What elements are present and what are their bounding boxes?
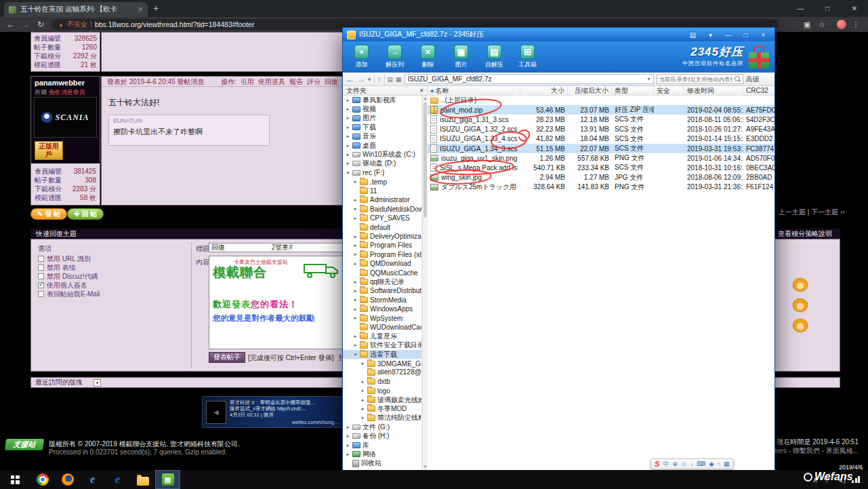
checkbox[interactable] xyxy=(38,265,44,271)
column-header[interactable]: CRC32 xyxy=(743,86,774,95)
tree-item[interactable]: alien872128@第一... xyxy=(343,368,421,377)
tree-expander-icon[interactable]: ▸ xyxy=(360,361,365,366)
browser-tab[interactable]: 五十铃在英国 远轴系列·【欧卡 × xyxy=(4,2,148,17)
tree-item[interactable]: WUDownloadCache xyxy=(343,323,421,332)
tree-expander-icon[interactable]: ▸ xyxy=(346,106,350,112)
tree-item[interactable]: ▸Win10系统盘 (C:) xyxy=(343,150,421,159)
post-op-link[interactable]: 評分 xyxy=(307,77,321,87)
checkbox[interactable] xyxy=(38,273,44,279)
toolbar-sfx-button[interactable]: ▤自解压 xyxy=(478,43,510,71)
view-grid-icon[interactable]: ▦ xyxy=(396,76,402,83)
sogou-tool-icon[interactable]: ☺ xyxy=(681,461,687,467)
taskbar-ie-button[interactable] xyxy=(80,470,105,489)
tree-item[interactable]: ▸库 xyxy=(343,441,421,450)
tree-expander-icon[interactable]: ▸ xyxy=(353,315,358,321)
tree-expander-icon[interactable]: ▸ xyxy=(353,206,358,212)
file-row[interactable]: ..(上层目录) xyxy=(428,96,774,105)
skin-button[interactable]: ▤ xyxy=(686,31,700,39)
nav-forward-icon[interactable]: → xyxy=(357,75,365,84)
author-username[interactable]: panamwebber xyxy=(35,79,96,87)
sogou-tool-icon[interactable]: ↓ xyxy=(690,461,694,467)
file-row[interactable]: ISUZU_GIGA_1.33_4.scs41.82 MB18.04 MBSCS… xyxy=(428,134,774,144)
sogou-tool-icon[interactable]: ◆ xyxy=(709,461,714,467)
search-box[interactable] xyxy=(657,74,743,84)
reply-option[interactable]: 禁用 Discuz!代碼 xyxy=(38,272,100,281)
tree-item[interactable]: ▾rec (F:) xyxy=(343,168,421,177)
post-op-link[interactable]: 報告 xyxy=(289,77,303,87)
profile-avatar[interactable] xyxy=(837,20,846,29)
file-row[interactable]: ISUZU_GIGA_1.32_2.scs32.23 MB13.91 MBSCS… xyxy=(428,125,774,134)
tree-item[interactable]: ▸Administrator xyxy=(343,195,421,204)
column-header[interactable]: 修改时间 xyxy=(684,86,743,95)
search-input[interactable] xyxy=(659,76,733,83)
tree-item[interactable]: ▸SoftwareDistributio... xyxy=(343,286,421,295)
new-tab-button[interactable]: + xyxy=(153,3,159,14)
footer-banner-ad[interactable]: ◄ 壹才科技 V：李明遠出席中國華聯盟... 陳昇簽式_x壹才網絡 http//… xyxy=(202,396,343,428)
tree-expander-icon[interactable]: ▸ xyxy=(353,334,358,339)
column-header[interactable]: 大小 xyxy=(520,86,568,95)
tree-expander-icon[interactable]: ▸ xyxy=(353,261,358,267)
browser-minimize-button[interactable]: — xyxy=(787,0,814,17)
tree-expander-icon[interactable]: ▸ xyxy=(360,388,365,393)
column-header[interactable]: ◆名称 xyxy=(428,86,520,95)
banner-site-link[interactable]: weibo.com/chung... xyxy=(292,419,339,425)
tree-expander-icon[interactable]: ▸ xyxy=(346,115,350,121)
tree-item[interactable]: ▸dxtb xyxy=(343,377,421,386)
back-button[interactable]: ← xyxy=(4,17,18,32)
sogou-logo-icon[interactable]: S xyxy=(655,460,659,468)
tree-expander-icon[interactable]: ▸ xyxy=(346,161,350,166)
tree-expander-icon[interactable]: ▸ xyxy=(346,143,350,149)
tree-item[interactable]: 回收站 xyxy=(343,459,421,468)
tree-expander-icon[interactable]: ▾ xyxy=(346,170,350,176)
tree-item[interactable]: ▸图片 xyxy=(343,114,421,123)
scroll-down-icon[interactable]: ▼ xyxy=(423,464,428,469)
scroll-up-icon[interactable]: ▲ xyxy=(423,96,428,101)
tree-expander-icon[interactable]: ▸ xyxy=(360,415,365,420)
tree-item[interactable]: ▸qq聊天记录 xyxy=(343,277,421,286)
images-icon[interactable]: ▣ xyxy=(800,17,814,32)
emoji-cat-1[interactable] xyxy=(793,278,808,292)
tree-expander-icon[interactable]: ▸ xyxy=(353,343,358,348)
tree-item[interactable]: ▸WindowsApps xyxy=(343,305,421,313)
tree-item[interactable]: ▸暴风影视库 xyxy=(343,96,421,104)
tree-item[interactable]: ▸StormMedia xyxy=(343,296,421,305)
reply-option[interactable]: 使用個人簽名 xyxy=(38,281,100,290)
tree-item[interactable]: ▸儿童星乐 xyxy=(343,332,421,340)
tab-close-icon[interactable]: × xyxy=(138,5,143,14)
post-op-link[interactable]: 回復 xyxy=(325,77,338,87)
post-op-link[interactable]: 使用道具 xyxy=(258,77,285,87)
tree-item[interactable]: 11 xyxy=(343,187,421,195)
file-row[interactable]: SiSL_s Mega Pack add isuzu...540.71 KB23… xyxy=(428,163,774,172)
tree-expander-icon[interactable]: ▸ xyxy=(346,152,350,157)
new-post-button[interactable]: ✎ 發 帖 xyxy=(30,208,67,220)
tree-expander-icon[interactable]: ▸ xyxy=(353,197,358,203)
prev-next-thread-links[interactable]: 上一主題 | 下一主題 ›› xyxy=(779,208,845,217)
folder-up-icon[interactable]: ↑ xyxy=(377,75,381,84)
tree-item[interactable]: ▸文件 (G:) xyxy=(343,423,421,431)
tree-expander-icon[interactable]: ▸ xyxy=(353,179,358,184)
tree-expander-icon[interactable]: ▸ xyxy=(360,379,365,385)
tree-item[interactable]: ▸桌面 xyxy=(343,141,421,150)
advanced-search-button[interactable]: 高级 xyxy=(746,75,760,84)
path-dropdown-icon[interactable]: ▾ xyxy=(648,75,650,83)
tree-expander-icon[interactable]: ▸ xyxy=(353,297,358,302)
footer-links[interactable]: Cookies - 聯繫我們 - 界面風格... xyxy=(762,446,859,456)
close-button[interactable]: × xyxy=(756,31,770,39)
reply-textarea[interactable]: 卡車及巴士遊戲支援站 模載聯合 歡迎發表您的看法！ 您的意見是對作者最大的鼓勵 xyxy=(209,256,344,349)
view-list-icon[interactable]: ▤ xyxy=(388,76,394,83)
tree-expander-icon[interactable]: ▸ xyxy=(353,234,358,239)
reply-option[interactable]: 禁用 表情 xyxy=(38,263,100,272)
tree-expander-icon[interactable]: ▸ xyxy=(353,252,358,257)
toolbar-extract-button[interactable]: →解压到 xyxy=(379,43,411,71)
tree-expander-icon[interactable]: ▸ xyxy=(346,125,350,130)
tree-item[interactable]: ▸DeliveryOptimizatio... xyxy=(343,232,421,241)
tree-item[interactable]: ▸网络 xyxy=(343,450,421,458)
subject-input[interactable]: 回復 2號車# xyxy=(209,243,344,252)
tree-item[interactable]: ▸驱动盘 (D:) xyxy=(343,159,421,168)
browser-close-button[interactable]: ✕ xyxy=(841,0,868,17)
file-row[interactable]: ISUZU_GIGA_1.34_3.scs51.15 MB22.07 MBSCS… xyxy=(428,144,774,153)
tree-expander-icon[interactable]: ▸ xyxy=(346,98,350,103)
column-header[interactable]: 安全 xyxy=(654,86,684,95)
path-combobox[interactable]: ISUZU_GIGA_MF_cfd82.7z ▾ xyxy=(405,74,654,84)
tree-item[interactable]: ▸音乐 xyxy=(343,132,421,141)
